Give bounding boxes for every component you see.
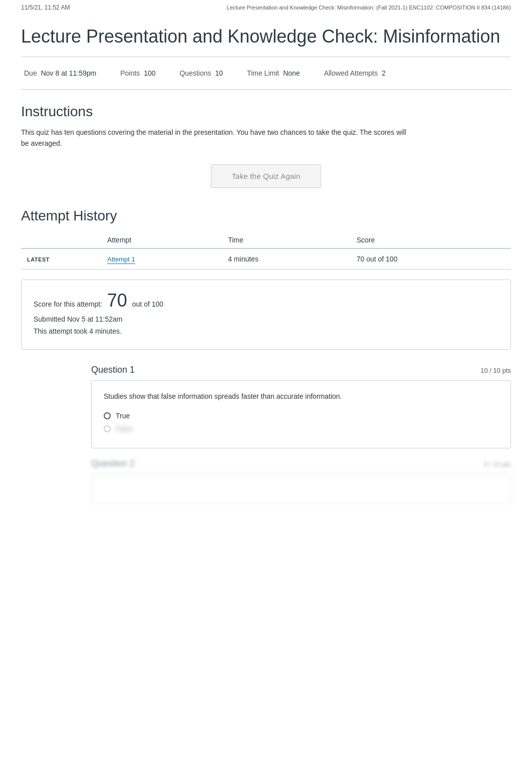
col-attempt: Attempt	[101, 232, 222, 248]
due-label: Due	[24, 69, 37, 77]
attempt-history-title: Attempt History	[21, 208, 511, 224]
question-header-1: Question 1 10 / 10 pts	[91, 365, 511, 375]
score-summary-box: Score for this attempt: 70 out of 100 Su…	[21, 280, 511, 350]
time-limit-label: Time Limit	[247, 69, 279, 77]
instructions-title: Instructions	[21, 104, 511, 120]
meta-allowed-attempts: Allowed Attempts 2	[324, 69, 386, 77]
question-1-pts: 10 / 10 pts	[480, 367, 511, 374]
datetime: 11/5/21, 11:52 AM	[21, 4, 70, 11]
questions-label: Questions	[179, 69, 211, 77]
instructions-text: This quiz has ten questions covering the…	[21, 127, 412, 149]
time-limit-value: None	[283, 69, 300, 77]
question-header-2: Question 2 0 / 10 pts	[91, 458, 511, 469]
questions-value: 10	[215, 69, 223, 77]
question-2-title: Question 2	[91, 458, 135, 469]
quiz-btn-container: Take the Quiz Again	[21, 164, 511, 188]
allowed-attempts-value: 2	[382, 69, 386, 77]
score-out-of: out of 100	[132, 300, 163, 308]
radio-true	[104, 412, 111, 419]
score-big: 70	[107, 290, 127, 311]
col-time: Time	[222, 232, 351, 248]
main-content: Lecture Presentation and Knowledge Check…	[0, 15, 532, 524]
attempt-time: 4 minutes	[222, 248, 351, 270]
radio-false	[104, 425, 111, 432]
answer-row-false: False	[104, 425, 498, 433]
points-value: 100	[144, 69, 155, 77]
title-divider	[21, 57, 511, 57]
answer-row-true: True	[104, 412, 498, 420]
meta-row: Due Nov 8 at 11:59pm Points 100 Question…	[21, 62, 511, 84]
meta-time-limit: Time Limit None	[247, 69, 300, 77]
question-1-card: Studies show that false information spre…	[91, 380, 511, 448]
meta-divider	[21, 89, 511, 90]
answer-false-label: False	[116, 425, 133, 433]
question-2-pts: 0 / 10 pts	[484, 460, 511, 468]
take-quiz-button[interactable]: Take the Quiz Again	[211, 164, 321, 188]
due-value: Nov 8 at 11:59pm	[41, 69, 97, 77]
question-block-1: Question 1 10 / 10 pts Studies show that…	[21, 365, 511, 448]
attempt-link[interactable]: Attempt 1	[107, 255, 135, 264]
attempt-score: 70 out of 100	[351, 248, 511, 270]
table-row: LATEST Attempt 1 4 minutes 70 out of 100	[21, 248, 511, 270]
question-2-card	[91, 474, 511, 504]
question-block-2-blurred: Question 2 0 / 10 pts	[21, 458, 511, 504]
points-label: Points	[120, 69, 140, 77]
page-title: Lecture Presentation and Knowledge Check…	[21, 25, 511, 49]
allowed-attempts-label: Allowed Attempts	[324, 69, 378, 77]
top-bar: 11/5/21, 11:52 AM Lecture Presentation a…	[0, 0, 532, 15]
meta-due: Due Nov 8 at 11:59pm	[24, 69, 96, 77]
submitted-line: Submitted Nov 5 at 11:52am	[34, 315, 498, 323]
duration-line: This attempt took 4 minutes.	[34, 327, 498, 335]
meta-points: Points 100	[120, 69, 155, 77]
meta-questions: Questions 10	[179, 69, 223, 77]
latest-badge: LATEST	[27, 256, 50, 263]
col-score: Score	[351, 232, 511, 248]
col-blank	[21, 232, 101, 248]
attempt-table: Attempt Time Score LATEST Attempt 1 4 mi…	[21, 232, 511, 270]
question-1-title: Question 1	[91, 365, 135, 375]
answer-true-label: True	[116, 412, 130, 420]
score-label: Score for this attempt:	[34, 300, 102, 308]
question-1-text: Studies show that false information spre…	[104, 391, 498, 402]
score-for-attempt-line: Score for this attempt: 70 out of 100	[34, 290, 498, 311]
breadcrumb-text: Lecture Presentation and Knowledge Check…	[227, 5, 511, 11]
